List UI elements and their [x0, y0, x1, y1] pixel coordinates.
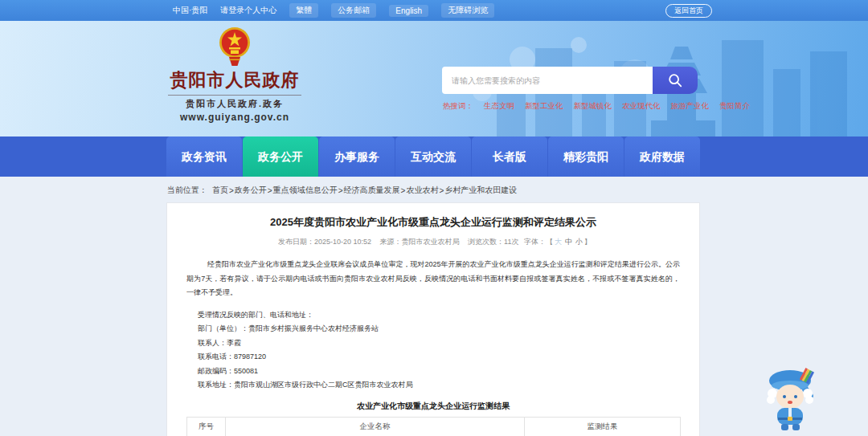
nav-tab-services[interactable]: 办事服务	[319, 137, 395, 177]
paragraph-acceptance: 受理情况反映的部门、电话和地址：	[186, 308, 680, 323]
nav-tab-highlights[interactable]: 精彩贵阳	[548, 137, 624, 177]
monitoring-result-table: 序号 企业名称 监测结果 1 贵州合力超市采购有限公司 合格 2 贵州友禾种业有…	[186, 417, 681, 436]
line-contact-person: 联系人：李霞	[186, 336, 680, 351]
breadcrumb: 当前位置： 首页 > 政务公开 > 重点领域信息公开 > 经济高质量发展 > 农…	[167, 185, 517, 196]
nav-tab-gov-data[interactable]: 政府数据	[624, 137, 700, 177]
crumb-key-info[interactable]: 重点领域信息公开	[273, 185, 338, 196]
article-body: 经贵阳市农业产业化市级重点龙头企业联席会议成员单位审定，现对2025年开展的农业…	[186, 258, 680, 393]
breadcrumb-separator: >	[439, 186, 444, 195]
breadcrumb-separator: >	[229, 186, 234, 195]
hot-search-row: 热搜词： 生态文明 新型工业化 新型城镇化 农业现代化 旅游产业化 贵阳简介	[443, 101, 750, 112]
nav-tab-senior[interactable]: 长者版	[472, 137, 547, 177]
line-contact-phone: 联系电话：87987120	[186, 350, 680, 365]
table-header-row: 序号 企业名称 监测结果	[187, 417, 681, 436]
crumb-economy[interactable]: 经济高质量发展	[344, 185, 400, 196]
crumb-rural-industry[interactable]: 乡村产业和农田建设	[444, 185, 517, 196]
site-logo[interactable]: 贵阳市人民政府 贵阳市人民政府.政务 www.guiyang.gov.cn	[168, 25, 301, 123]
link-accessibility[interactable]: 无障碍浏览	[441, 3, 494, 18]
line-address: 联系地址：贵阳市观山湖区市级行政中心二期C区贵阳市农业农村局	[186, 378, 680, 393]
article-title: 2025年度贵阳市农业产业化市级重点龙头企业运行监测和评定结果公示	[186, 215, 680, 230]
article-source: 来源：贵阳市农业农村局	[380, 238, 460, 246]
crumb-agriculture[interactable]: 农业农村	[406, 185, 438, 196]
search-input[interactable]	[442, 67, 653, 94]
article-meta: 发布日期：2025-10-20 10:52 来源：贵阳市农业农村局 浏览次数：1…	[186, 237, 680, 247]
search-button[interactable]	[653, 67, 698, 94]
hot-word-agriculture[interactable]: 农业现代化	[622, 101, 661, 112]
nav-tab-interaction[interactable]: 互动交流	[395, 137, 471, 177]
hot-search-label: 热搜词：	[443, 101, 473, 112]
logo-divider	[168, 95, 301, 96]
link-traditional-chinese[interactable]: 繁體	[289, 3, 318, 18]
crumb-home[interactable]: 首页	[212, 185, 228, 196]
breadcrumb-separator: >	[401, 186, 406, 195]
breadcrumb-separator: >	[268, 186, 272, 195]
publish-date: 发布日期：2025-10-20 10:52	[278, 238, 371, 246]
nav-tab-gov-disclosure[interactable]: 政务公开	[243, 137, 318, 177]
hot-word-intro[interactable]: 贵阳简介	[719, 101, 750, 112]
hot-word-urbanization[interactable]: 新型城镇化	[574, 101, 612, 112]
table-caption: 农业产业化市级重点龙头企业运行监测结果	[186, 401, 680, 412]
national-emblem-icon	[219, 26, 251, 67]
nav-tabs: 政务资讯 政务公开 办事服务 互动交流 长者版 精彩贵阳 政府数据	[166, 137, 701, 177]
mascot-assistant[interactable]	[760, 363, 821, 432]
topbar-links: 中国·贵阳 请登录个人中心 繁體 公务邮箱 English 无障碍浏览	[173, 0, 494, 21]
line-department: 部门（单位）：贵阳市乡村振兴服务中心农村经济服务站	[186, 322, 680, 336]
font-size-medium-button[interactable]: 中	[565, 238, 572, 246]
site-tagline: 贵阳市人民政府.政务	[168, 98, 301, 110]
font-size-label: 字体：【	[524, 238, 553, 246]
link-login-personal-center[interactable]: 请登录个人中心	[220, 5, 276, 16]
site-name: 贵阳市人民政府	[168, 68, 301, 92]
header-serial: 序号	[187, 417, 226, 436]
article-card: 2025年度贵阳市农业产业化市级重点龙头企业运行监测和评定结果公示 发布日期：2…	[166, 202, 700, 436]
font-size-large-button[interactable]: 大	[555, 238, 562, 246]
hot-word-tourism[interactable]: 旅游产业化	[671, 101, 710, 112]
font-size-small-button[interactable]: 小	[575, 238, 583, 246]
breadcrumb-label: 当前位置：	[167, 185, 207, 196]
site-url: www.guiyang.gov.cn	[168, 112, 301, 123]
main-nav: 政务资讯 政务公开 办事服务 互动交流 长者版 精彩贵阳 政府数据	[0, 137, 868, 177]
link-china-guiyang[interactable]: 中国·贵阳	[173, 5, 207, 16]
search-bar	[442, 67, 698, 94]
line-postcode: 邮政编码：550081	[186, 365, 680, 379]
crumb-gov-disclosure[interactable]: 政务公开	[235, 185, 267, 196]
paragraph-announcement: 经贵阳市农业产业化市级重点龙头企业联席会议成员单位审定，现对2025年开展的农业…	[186, 258, 680, 300]
nav-tab-news[interactable]: 政务资讯	[166, 137, 242, 177]
header-result: 监测结果	[525, 417, 681, 436]
hot-word-eco[interactable]: 生态文明	[484, 101, 514, 112]
back-to-home-button[interactable]: 返回首页	[665, 4, 712, 18]
link-official-mail[interactable]: 公务邮箱	[331, 3, 376, 18]
link-english[interactable]: English	[389, 5, 428, 17]
page: 中国·贵阳 请登录个人中心 繁體 公务邮箱 English 无障碍浏览 返回首页	[0, 0, 868, 436]
site-header: 贵阳市人民政府 贵阳市人民政府.政务 www.guiyang.gov.cn 热搜…	[0, 21, 868, 137]
view-count: 浏览次数：11次	[468, 238, 518, 246]
breadcrumb-separator: >	[338, 186, 343, 195]
search-icon	[667, 72, 683, 88]
font-size-bracket-end: 】	[584, 238, 592, 246]
top-utility-bar: 中国·贵阳 请登录个人中心 繁體 公务邮箱 English 无障碍浏览 返回首页	[0, 0, 868, 21]
header-company: 企业名称	[226, 417, 525, 436]
hot-word-industry[interactable]: 新型工业化	[525, 101, 563, 112]
